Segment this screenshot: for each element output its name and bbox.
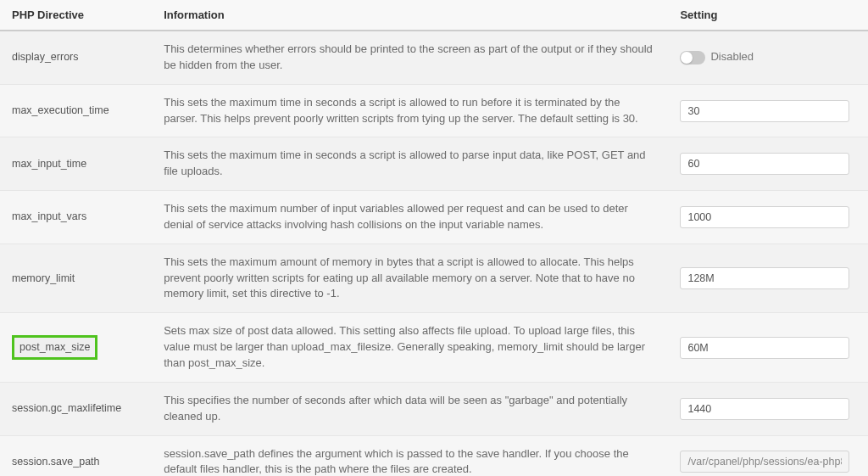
directive-name: memory_limit xyxy=(12,272,75,284)
directive-info: This sets the maximum number of input va… xyxy=(152,191,668,244)
setting-input[interactable] xyxy=(680,153,849,175)
directive-name: max_input_time xyxy=(12,158,86,170)
header-setting: Setting xyxy=(668,0,868,31)
toggle-track[interactable] xyxy=(680,51,705,64)
directive-info: session.save_path defines the argument w… xyxy=(152,435,668,476)
table-row: session.save_pathsession.save_path defin… xyxy=(0,435,868,476)
table-row: max_input_timeThis sets the maximum time… xyxy=(0,137,868,191)
directive-info: This sets the maximum time in seconds a … xyxy=(152,84,668,137)
directive-name: display_errors xyxy=(12,51,79,63)
setting-input[interactable] xyxy=(680,206,849,228)
setting-input[interactable] xyxy=(680,267,849,289)
table-row: max_input_varsThis sets the maximum numb… xyxy=(0,191,868,244)
header-information: Information xyxy=(152,0,668,31)
directive-info: This sets the maximum time in seconds a … xyxy=(152,137,668,191)
directive-info: This specifies the number of seconds aft… xyxy=(152,382,668,435)
directive-info: This sets the maximum amount of memory i… xyxy=(152,244,668,313)
directive-name: post_max_size xyxy=(12,335,97,359)
table-row: display_errorsThis determines whether er… xyxy=(0,31,868,84)
directive-name: max_execution_time xyxy=(12,104,109,116)
directive-info: This determines whether errors should be… xyxy=(152,31,668,84)
setting-input[interactable] xyxy=(680,451,849,473)
directive-name: max_input_vars xyxy=(12,210,86,222)
php-directives-table: PHP Directive Information Setting displa… xyxy=(0,0,868,476)
directive-info: Sets max size of post data allowed. This… xyxy=(152,313,668,383)
directive-name: session.gc_maxlifetime xyxy=(12,402,121,414)
setting-input[interactable] xyxy=(680,337,849,359)
toggle-switch[interactable]: Disabled xyxy=(680,49,856,65)
table-row: session.gc_maxlifetimeThis specifies the… xyxy=(0,382,868,435)
setting-input[interactable] xyxy=(680,398,849,420)
table-row: post_max_sizeSets max size of post data … xyxy=(0,313,868,383)
table-row: max_execution_timeThis sets the maximum … xyxy=(0,84,868,137)
directive-name: session.save_path xyxy=(12,456,100,468)
header-directive: PHP Directive xyxy=(0,0,152,31)
setting-input[interactable] xyxy=(680,100,849,122)
toggle-label: Disabled xyxy=(710,49,754,65)
table-row: memory_limitThis sets the maximum amount… xyxy=(0,244,868,313)
